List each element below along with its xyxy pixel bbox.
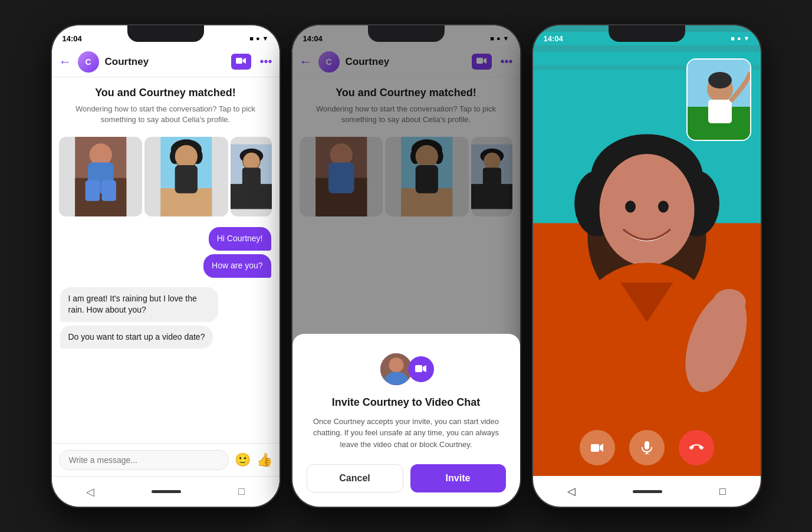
svg-point-19	[243, 153, 259, 169]
svg-rect-64	[645, 441, 649, 449]
match-subtitle-1: Wondering how to start the conversation?…	[64, 104, 268, 125]
status-battery-1: ▼	[262, 35, 269, 42]
nav-bar-1: ← C Courtney •••	[52, 47, 280, 77]
contact-avatar-1: C	[78, 51, 99, 73]
video-status-time: 14:04	[544, 34, 563, 43]
status-icons-1: ■ ● ▼	[249, 35, 268, 42]
phone-3-screen: 14:04 ■ ● ▼	[533, 25, 761, 507]
video-invite-modal: Invite Courtney to Video Chat Once Court…	[292, 334, 520, 507]
photo-item-2[interactable]	[144, 137, 228, 216]
phone-3: 14:04 ■ ● ▼	[532, 24, 762, 508]
svg-point-13	[175, 145, 198, 168]
photos-grid-1	[52, 131, 280, 222]
video-bottom-nav: ◁ □	[533, 476, 761, 507]
phone-2: 14:04 ■ ● ▼ ← C Courtney	[291, 24, 521, 508]
video-controls	[533, 430, 761, 465]
status-bar-1: 14:04 ■ ● ▼	[52, 25, 280, 47]
status-signal-1: ■	[249, 35, 254, 42]
modal-overlay: Invite Courtney to Video Chat Once Court…	[292, 25, 520, 507]
svg-rect-5	[85, 180, 99, 201]
video-pip	[686, 58, 751, 141]
phones-container: 14:04 ■ ● ▼ ← C Courtney	[39, 12, 774, 520]
end-call-button[interactable]	[679, 430, 714, 465]
chat-area-1: Hi Courtney! How are you? I am great! It…	[52, 222, 280, 443]
svg-point-52	[625, 201, 636, 212]
phone-2-screen: 14:04 ■ ● ▼ ← C Courtney	[292, 25, 520, 507]
svg-rect-63	[591, 444, 599, 452]
modal-buttons: Cancel Invite	[307, 464, 506, 492]
phone-1-screen: 14:04 ■ ● ▼ ← C Courtney	[52, 25, 280, 507]
video-battery: ▼	[744, 35, 750, 42]
bottom-nav-1: ◁ □	[52, 476, 280, 507]
video-call-screen: 14:04 ■ ● ▼	[533, 25, 761, 507]
msg-bubble-4: Do you want to start up a video date?	[60, 326, 213, 349]
svg-rect-0	[236, 58, 242, 64]
message-input-bar-1: 🙂 👍	[52, 443, 280, 476]
msg-group-received-1: I am great! It's raining but I love the …	[60, 287, 271, 353]
status-time-1: 14:04	[63, 34, 82, 43]
more-options-button-1[interactable]: •••	[259, 55, 272, 68]
svg-rect-14	[175, 165, 198, 193]
video-signal: ■	[731, 35, 735, 42]
phone-1: 14:04 ■ ● ▼ ← C Courtney	[51, 24, 281, 508]
msg-bubble-1: Hi Courtney!	[209, 227, 271, 251]
video-status-bar: 14:04 ■ ● ▼	[533, 25, 761, 47]
status-wifi-1: ●	[256, 35, 260, 42]
back-button-1[interactable]: ←	[59, 54, 72, 70]
modal-icons	[307, 352, 506, 387]
svg-point-57	[712, 289, 745, 316]
svg-rect-20	[242, 168, 261, 191]
photo-item-1[interactable]	[59, 137, 143, 216]
emoji-button-1[interactable]: 🙂	[235, 452, 251, 468]
home-pill-3[interactable]	[633, 490, 662, 493]
video-status-icons: ■ ● ▼	[731, 35, 749, 42]
square-nav-1[interactable]: □	[226, 481, 257, 503]
square-nav-3[interactable]: □	[708, 481, 738, 503]
video-call-button-1[interactable]	[231, 54, 251, 70]
modal-title: Invite Courtney to Video Chat	[307, 396, 506, 409]
msg-bubble-3: I am great! It's raining but I love the …	[60, 287, 219, 322]
modal-cancel-button[interactable]: Cancel	[307, 464, 403, 492]
message-input-1[interactable]	[59, 450, 229, 470]
like-button-1[interactable]: 👍	[257, 452, 272, 468]
svg-point-51	[599, 154, 694, 266]
nav-icons-1: •••	[231, 54, 272, 70]
contact-name-1: Courtney	[105, 56, 226, 68]
modal-video-icon	[408, 356, 434, 382]
modal-invite-button[interactable]: Invite	[410, 464, 506, 492]
svg-rect-6	[101, 180, 116, 201]
svg-point-53	[658, 201, 669, 212]
svg-point-39	[389, 357, 403, 372]
back-nav-1[interactable]: ◁	[74, 481, 106, 503]
home-pill-1[interactable]	[152, 490, 181, 493]
mute-button[interactable]	[629, 430, 665, 465]
svg-point-61	[708, 72, 732, 88]
match-section-1: You and Courtney matched! Wondering how …	[52, 77, 280, 131]
svg-rect-41	[415, 365, 422, 372]
back-nav-3[interactable]: ◁	[555, 480, 587, 503]
msg-group-sent-1: Hi Courtney! How are you?	[60, 227, 271, 281]
msg-bubble-2: How are you?	[203, 254, 271, 278]
video-wifi: ●	[737, 35, 741, 42]
svg-rect-62	[708, 100, 732, 123]
video-toggle-button[interactable]	[580, 430, 615, 465]
modal-description: Once Courtney accepts your invite, you c…	[307, 416, 506, 451]
photo-item-3[interactable]	[231, 137, 272, 216]
match-title-1: You and Courtney matched!	[64, 87, 268, 99]
